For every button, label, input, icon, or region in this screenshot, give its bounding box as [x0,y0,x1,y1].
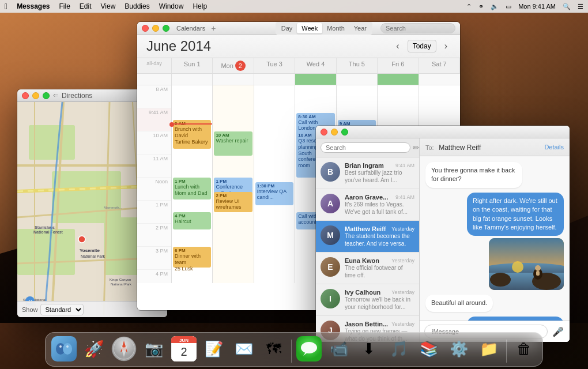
dock-finder2[interactable]: 📁 [475,335,503,363]
menu-bar:  Messages File Edit View Buddies Window… [0,0,588,13]
cal-tue-header: Tue 3 [254,58,295,73]
calendar-titlebar: Calendars + Day Week Month Year [137,22,460,35]
msg-preview-matthew: The student becomes the teacher. And vic… [345,232,414,247]
menubar-left:  Messages File Edit View Buddies Window… [5,2,207,11]
messages-compose-button[interactable]: ✏ [413,142,420,153]
messages-titlebar [316,126,570,138]
dock-safari[interactable] [110,335,138,363]
calendar-prev-button[interactable]: ‹ [393,40,402,52]
dock-trash[interactable]: 🗑 [510,335,538,363]
menubar-battery-icon: ▭ [506,3,511,10]
tab-day[interactable]: Day [277,23,297,33]
event-lunch-mom[interactable]: 1 PM Lunch with Mom and Dad [173,178,211,199]
dock-system-preferences[interactable]: ⚙️ [445,335,473,363]
messages-maximize-button[interactable] [341,129,348,135]
tab-year[interactable]: Year [349,23,371,33]
conversation-ivy-calhoun[interactable]: I Ivy Calhoun Yesterday Tomorrow we'll b… [316,284,419,316]
svg-text:National Park: National Park [81,254,105,258]
maps-close-button[interactable] [22,92,29,99]
all-day-thu [337,74,378,85]
msg-name-euna: Euna Kwon [345,257,379,264]
event-dinner-lusk[interactable]: 6 PM Dinner with team25 Lusk [173,247,211,268]
calendar-nav-buttons: ‹ Today › [393,40,451,52]
messages-search-input[interactable] [321,142,410,153]
msg-time-brian: 9:41 AM [395,163,414,168]
event-review-ui[interactable]: 2 PM Review UIwireframes [214,192,252,212]
dock-facetime[interactable]: 📹 [325,335,353,363]
avatar-brian: B [321,162,340,182]
menubar-app-name[interactable]: Messages [17,2,50,10]
calendar-search-input[interactable] [380,23,455,33]
all-day-row [137,74,460,85]
tab-week[interactable]: Week [297,23,322,33]
calendar-add-button[interactable]: + [211,24,216,33]
dock-finder[interactable] [50,335,78,363]
calendar-today-button[interactable]: Today [408,40,436,52]
all-day-mon [213,74,254,85]
maps-maximize-button[interactable] [43,92,50,99]
msg-details-button[interactable]: Details [544,144,564,150]
all-day-wed [295,74,336,85]
msg-time-matthew: Yesterday [391,226,414,232]
dock-calendar[interactable]: JUN 2 [170,335,198,363]
conversation-euna-kwon[interactable]: E Euna Kwon Yesterday The official footw… [316,253,419,284]
event-washer[interactable]: 10 AM Washer repair [214,131,252,156]
calendar-header: June 2014 ‹ Today › [137,35,460,58]
msg-conv-header: To: Matthew Reiff Details [420,138,570,156]
dock-appstore[interactable]: ⬇ [355,335,383,363]
dock-launchpad[interactable]: 🚀 [80,335,108,363]
conversation-matthew-reiff[interactable]: M Matthew Reiff Yesterday The student be… [316,221,419,253]
messages-close-button[interactable] [321,129,327,135]
msg-content-brian: Brian Ingram 9:41 AM Best surfabilly jaz… [345,162,414,184]
dock-maps[interactable]: 🗺 [260,335,288,363]
menubar-notification-icon[interactable]: ☰ [578,3,583,10]
menubar-window[interactable]: Window [159,2,184,10]
maps-minimize-button[interactable] [32,92,39,99]
dock-ibooks[interactable]: 📚 [415,335,443,363]
calendar-close-button[interactable] [142,25,149,32]
dock-mail[interactable]: ✉️ [230,335,258,363]
all-day-fri [378,74,419,85]
cal-sun-col: 9 AM Brunch with DavidTartine Bakery 1 P… [172,85,213,283]
maps-directions-icon[interactable]: ⇐ [53,92,58,99]
calendar-maximize-button[interactable] [163,25,169,32]
dock-photos[interactable]: 📷 [140,335,168,363]
calendar-next-button[interactable]: › [441,40,451,52]
dock-notes[interactable]: 📝 [200,335,228,363]
conversation-brian-ingram[interactable]: B Brian Ingram 9:41 AM Best surfabilly j… [316,157,419,189]
menubar-view[interactable]: View [101,2,116,10]
messages-search-bar: ✏ [316,138,419,157]
tab-month[interactable]: Month [322,23,349,33]
menubar-search-icon[interactable]: 🔍 [563,3,571,10]
menubar-help[interactable]: Help [193,2,207,10]
maps-show-select[interactable]: Standard Satellite Hybrid [40,304,84,315]
msg-row-2: Right after dark. We're still out on the… [425,193,564,291]
current-time-line [172,123,212,125]
apple-menu[interactable]:  [5,2,7,11]
dock-messages[interactable] [295,335,323,363]
msg-to-label: To: [425,144,434,151]
event-haircut[interactable]: 4 PM Haircut [173,212,211,229]
msg-sent-whale-group: We saw whale spouts and a California con… [425,317,564,321]
menubar-buddies[interactable]: Buddies [125,2,149,10]
svg-text:National Forest: National Forest [33,230,63,234]
menubar-file[interactable]: File [59,2,70,10]
msg-name-jason: Jason Bettin... [345,321,388,327]
cal-mon-col: 10 AM Washer repair 1 PM Conference call… [213,85,254,283]
svg-text:Kings Canyon: Kings Canyon [110,278,131,281]
event-interview[interactable]: 1:30 PM Interview QA candi... [255,182,293,205]
svg-point-32 [535,265,541,271]
dock-itunes[interactable]: 🎵 [385,335,413,363]
msg-to-area: To: Matthew Reiff [425,142,481,152]
messages-minimize-button[interactable] [331,129,338,135]
menubar-edit[interactable]: Edit [80,2,92,10]
cal-thu-header: Thu 5 [337,58,378,73]
calendar-minimize-button[interactable] [152,25,159,32]
svg-rect-37 [59,345,62,348]
dock-separator [291,340,292,363]
avatar-aaron: A [321,194,340,213]
msg-microphone-button[interactable]: 🎤 [551,325,565,338]
sunset-svg [489,238,564,290]
svg-rect-1 [52,171,121,223]
conversation-aaron-grave[interactable]: A Aaron Grave... 9:41 AM It's 269 miles … [316,189,419,221]
